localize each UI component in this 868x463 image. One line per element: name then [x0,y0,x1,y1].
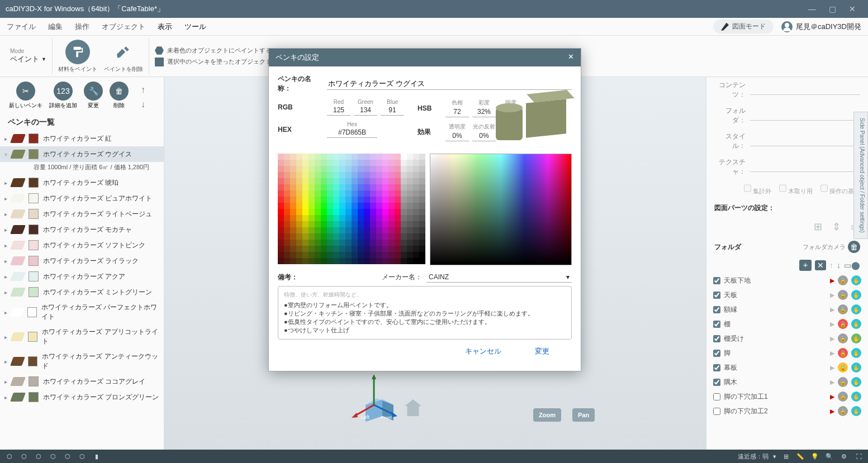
dialog-overlay: ペンキの設定 ✕ ペンキの名称： RGB Red125 Green134 Blu… [0,0,868,463]
transparency-input[interactable]: 0% [445,131,469,141]
cancel-button[interactable]: キャンセル [465,346,501,356]
hex-input[interactable]: #7D865B [327,127,377,138]
red-input[interactable]: 125 [327,105,350,116]
color-swatches[interactable] [278,154,425,265]
paint-settings-dialog: ペンキの設定 ✕ ペンキの名称： RGB Red125 Green134 Blu… [268,48,581,371]
preview-3d [488,91,572,151]
notes-textarea[interactable]: 特徴、使い方、乾燥時間など。 ●室内壁のリフォーム用ペイントです。●リビング・キ… [278,286,572,340]
maker-select[interactable]: CAINZ▾ [426,272,572,283]
dialog-close-button[interactable]: ✕ [568,52,574,63]
paint-name-input[interactable] [327,78,572,90]
color-gradient[interactable] [430,154,572,265]
blue-input[interactable]: 91 [381,105,404,116]
green-input[interactable]: 134 [354,105,377,116]
hue-input[interactable]: 72 [445,107,469,117]
dialog-title: ペンキの設定 [276,52,319,63]
ok-button[interactable]: 変更 [535,346,549,356]
